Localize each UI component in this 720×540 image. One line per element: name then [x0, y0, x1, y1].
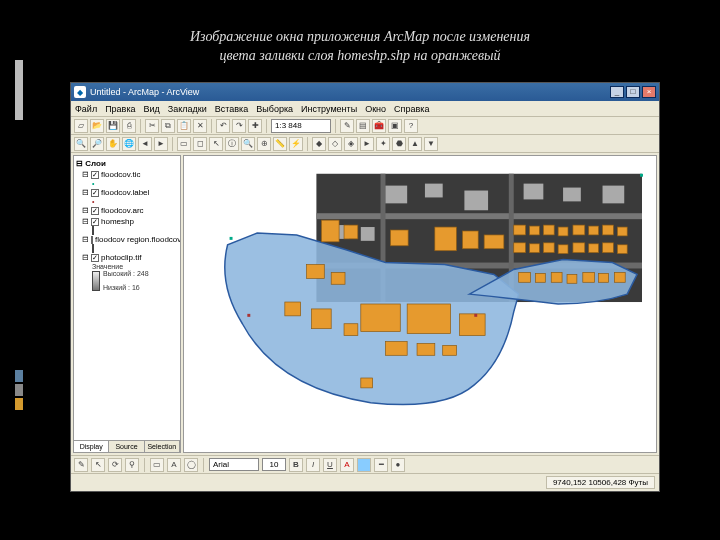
svg-rect-57 — [247, 314, 250, 317]
bold-icon[interactable]: B — [289, 458, 303, 472]
identify-icon[interactable]: ⓘ — [225, 137, 239, 151]
svg-rect-32 — [514, 225, 526, 235]
help-icon[interactable]: ? — [404, 119, 418, 133]
layer-floodcov-label[interactable]: ⊟floodcov.label — [76, 187, 178, 198]
undo-icon[interactable]: ↶ — [216, 119, 230, 133]
svg-rect-24 — [417, 343, 435, 355]
toc-tab-selection[interactable]: Selection — [145, 441, 180, 452]
svg-rect-6 — [385, 186, 407, 204]
layer-floodcov-tic[interactable]: ⊟floodcov.tic — [76, 169, 178, 180]
font-input[interactable]: Arial — [209, 458, 259, 471]
svg-rect-10 — [563, 188, 581, 202]
italic-icon[interactable]: I — [306, 458, 320, 472]
svg-rect-52 — [583, 272, 595, 282]
misc6-icon[interactable]: ⬣ — [392, 137, 406, 151]
menu-view[interactable]: Вид — [144, 104, 160, 114]
menu-file[interactable]: Файл — [75, 104, 97, 114]
full-extent-icon[interactable]: 🌐 — [122, 137, 136, 151]
svg-rect-48 — [519, 272, 531, 282]
goto-xy-icon[interactable]: ⊕ — [257, 137, 271, 151]
svg-rect-53 — [599, 273, 609, 282]
clear-sel-icon[interactable]: ◻ — [193, 137, 207, 151]
zoomin-icon[interactable]: 🔍 — [74, 137, 88, 151]
fontcolor-icon[interactable]: A — [340, 458, 354, 472]
misc2-icon[interactable]: ◇ — [328, 137, 342, 151]
menu-tools[interactable]: Инструменты — [301, 104, 357, 114]
measure-icon[interactable]: 📏 — [273, 137, 287, 151]
rect-icon[interactable]: ▭ — [150, 458, 164, 472]
misc8-icon[interactable]: ▼ — [424, 137, 438, 151]
print-icon[interactable]: ⎙ — [122, 119, 136, 133]
cut-icon[interactable]: ✂ — [145, 119, 159, 133]
drawing-icon[interactable]: ✎ — [74, 458, 88, 472]
linecolor-icon[interactable]: ━ — [374, 458, 388, 472]
text-icon[interactable]: A — [167, 458, 181, 472]
maximize-button[interactable]: □ — [626, 86, 640, 98]
prev-extent-icon[interactable]: ◄ — [138, 137, 152, 151]
minimize-button[interactable]: _ — [610, 86, 624, 98]
menu-insert[interactable]: Вставка — [215, 104, 248, 114]
toc-tab-source[interactable]: Source — [109, 441, 144, 452]
select-icon[interactable]: ▭ — [177, 137, 191, 151]
svg-rect-20 — [344, 324, 358, 336]
next-extent-icon[interactable]: ► — [154, 137, 168, 151]
select-element-icon[interactable]: ↖ — [91, 458, 105, 472]
svg-rect-43 — [558, 245, 568, 254]
fontsize-input[interactable]: 10 — [262, 458, 286, 471]
svg-rect-13 — [361, 227, 375, 241]
catalog-icon[interactable]: ▤ — [356, 119, 370, 133]
save-icon[interactable]: 💾 — [106, 119, 120, 133]
copy-icon[interactable]: ⧉ — [161, 119, 175, 133]
menu-help[interactable]: Справка — [394, 104, 429, 114]
pan-icon[interactable]: ✋ — [106, 137, 120, 151]
slide-caption: Изображение окна приложения ArcMap после… — [0, 0, 720, 78]
add-layer-icon[interactable]: ✚ — [248, 119, 262, 133]
svg-rect-46 — [603, 243, 614, 253]
hyperlink-icon[interactable]: ⚡ — [289, 137, 303, 151]
redo-icon[interactable]: ↷ — [232, 119, 246, 133]
cmd-icon[interactable]: ▣ — [388, 119, 402, 133]
fillcolor-icon[interactable] — [357, 458, 371, 472]
menu-window[interactable]: Окно — [365, 104, 386, 114]
marker-icon[interactable]: ● — [391, 458, 405, 472]
menu-bookmarks[interactable]: Закладки — [168, 104, 207, 114]
callout-icon[interactable]: ◯ — [184, 458, 198, 472]
titlebar[interactable]: ◆ Untitled - ArcMap - ArcView _ □ × — [71, 83, 659, 101]
delete-icon[interactable]: ✕ — [193, 119, 207, 133]
statusbar: 9740,152 10506,428 Футы — [71, 473, 659, 491]
misc4-icon[interactable]: ► — [360, 137, 374, 151]
misc3-icon[interactable]: ◈ — [344, 137, 358, 151]
svg-rect-49 — [535, 273, 545, 282]
paste-icon[interactable]: 📋 — [177, 119, 191, 133]
layer-floodcov-arc[interactable]: ⊟floodcov.arc — [76, 205, 178, 216]
map-canvas[interactable] — [183, 155, 657, 453]
close-button[interactable]: × — [642, 86, 656, 98]
svg-rect-2 — [316, 213, 642, 219]
menu-edit[interactable]: Правка — [105, 104, 135, 114]
open-icon[interactable]: 📂 — [90, 119, 104, 133]
menu-selection[interactable]: Выборка — [256, 104, 293, 114]
underline-icon[interactable]: U — [323, 458, 337, 472]
rotate-icon[interactable]: ⟳ — [108, 458, 122, 472]
misc1-icon[interactable]: ◆ — [312, 137, 326, 151]
misc5-icon[interactable]: ✦ — [376, 137, 390, 151]
misc7-icon[interactable]: ▲ — [408, 137, 422, 151]
find-icon[interactable]: 🔍 — [241, 137, 255, 151]
toc-tab-display[interactable]: Display — [74, 441, 109, 452]
svg-rect-51 — [567, 274, 577, 283]
scale-input[interactable]: 1:3 848 — [271, 119, 331, 133]
zoom-element-icon[interactable]: ⚲ — [125, 458, 139, 472]
toolbox-icon[interactable]: 🧰 — [372, 119, 386, 133]
pointer-icon[interactable]: ↖ — [209, 137, 223, 151]
svg-rect-37 — [589, 226, 599, 235]
zoomout-icon[interactable]: 🔎 — [90, 137, 104, 151]
standard-toolbar: ▱ 📂 💾 ⎙ ✂ ⧉ 📋 ✕ ↶ ↷ ✚ 1:3 848 ✎ ▤ 🧰 ▣ ? — [71, 117, 659, 135]
table-of-contents[interactable]: ⊟ Слои ⊟floodcov.tic • ⊟floodcov.label •… — [73, 155, 181, 453]
editor-icon[interactable]: ✎ — [340, 119, 354, 133]
tools-toolbar: 🔍 🔎 ✋ 🌐 ◄ ► ▭ ◻ ↖ ⓘ 🔍 ⊕ 📏 ⚡ ◆ ◇ ◈ ► ✦ ⬣ … — [71, 135, 659, 153]
svg-rect-27 — [361, 378, 373, 388]
layers-root[interactable]: Слои — [85, 159, 106, 168]
layer-photoclip[interactable]: ⊟photoclip.tif — [76, 252, 178, 263]
new-icon[interactable]: ▱ — [74, 119, 88, 133]
svg-rect-38 — [603, 225, 614, 235]
